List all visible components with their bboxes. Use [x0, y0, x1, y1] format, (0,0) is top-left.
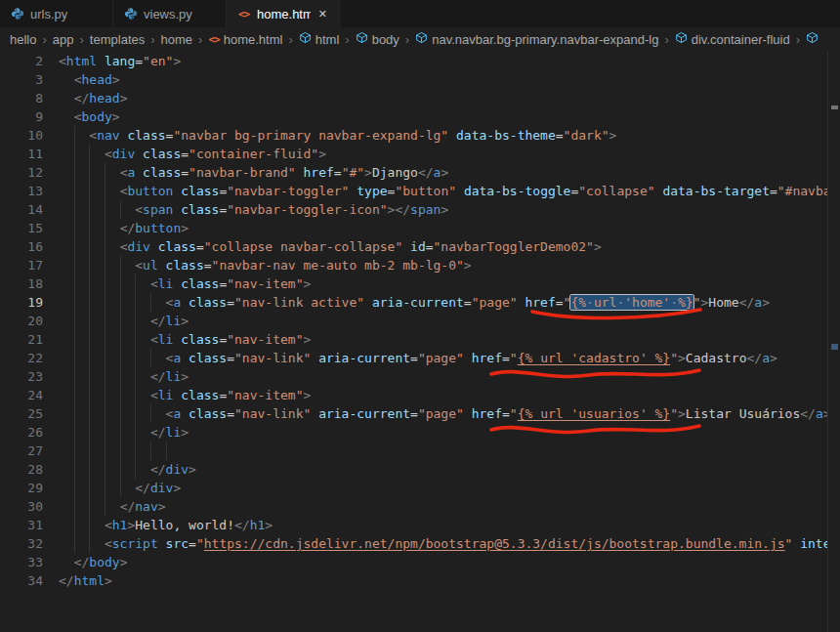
code-line[interactable]: 13 <button class="navbar-toggler" type="… — [0, 182, 827, 200]
line-number[interactable]: 16 — [0, 237, 43, 256]
breadcrumb-separator-icon: › — [405, 32, 409, 47]
code-line[interactable]: 10 <nav class="navbar bg-primary navbar-… — [0, 126, 827, 145]
code-line[interactable]: 26 </li> — [0, 423, 827, 442]
editor[interactable]: 2<html lang="en">3 <head>8 </head>9 <bod… — [0, 51, 840, 632]
breadcrumb-item-templates[interactable]: templates — [90, 32, 145, 47]
breadcrumb-item-nav.navbar.bg-primary.navbar-expand-lg[interactable]: nav.navbar.bg-primary.navbar-expand-lg — [415, 31, 658, 47]
code-line[interactable]: 34</html> — [0, 571, 827, 590]
code-line[interactable]: 28 </div> — [0, 460, 827, 479]
breadcrumb-separator-icon: › — [42, 32, 46, 47]
breadcrumb-item-html[interactable]: html — [299, 31, 340, 47]
line-number[interactable]: 24 — [0, 386, 43, 404]
code-line[interactable]: 2<html lang="en"> — [0, 52, 827, 70]
line-content: <a class="nav-link" aria-current="page" … — [59, 404, 827, 423]
code-line[interactable]: 16 <div class="collapse navbar-collapse"… — [0, 237, 827, 256]
breadcrumb-item-home[interactable]: home — [161, 32, 193, 47]
indent-guide — [150, 349, 151, 367]
indent-guide — [105, 460, 105, 479]
code-line[interactable]: 29 </div> — [0, 479, 827, 497]
code-line[interactable]: 23 </li> — [0, 367, 827, 386]
code-line[interactable]: 9 <body> — [0, 107, 827, 126]
indent-guide — [120, 349, 121, 367]
indent-guide — [135, 274, 136, 293]
code-line[interactable]: 19 <a class="nav-link active" aria-curre… — [0, 293, 827, 312]
element-cube-icon — [806, 31, 819, 47]
indent-guide — [120, 460, 121, 479]
breadcrumb-item-div.container-fluid[interactable]: div.container-fluid — [675, 31, 790, 47]
line-number[interactable]: 28 — [0, 460, 43, 479]
line-number[interactable]: 3 — [0, 70, 43, 89]
line-number[interactable]: 25 — [0, 404, 43, 423]
line-number[interactable]: 17 — [0, 256, 43, 274]
line-number[interactable]: 21 — [0, 330, 43, 349]
line-number[interactable]: 32 — [0, 534, 43, 553]
line-number[interactable]: 8 — [0, 89, 43, 107]
line-content: <h1>Hello, world!</h1> — [59, 516, 827, 534]
breadcrumb-separator-icon: › — [345, 32, 349, 47]
ruler-mark — [831, 105, 838, 109]
code-line[interactable]: 31 <h1>Hello, world!</h1> — [0, 516, 827, 534]
line-number[interactable]: 23 — [0, 367, 43, 386]
code-line[interactable]: 32 <script src="https://cdn.jsdelivr.net… — [0, 534, 827, 553]
indent-guide — [120, 423, 121, 442]
code-line[interactable]: 11 <div class="container-fluid"> — [0, 145, 827, 163]
code-line[interactable]: 20 </li> — [0, 312, 827, 330]
line-number[interactable]: 15 — [0, 219, 43, 237]
line-number[interactable]: 26 — [0, 423, 43, 442]
tab-views.py[interactable]: views.py — [113, 0, 227, 27]
line-number[interactable]: 29 — [0, 479, 43, 497]
code-line[interactable]: 27 — [0, 442, 827, 460]
line-number[interactable]: 18 — [0, 274, 43, 293]
code-line[interactable]: 14 <span class="navbar-toggler-icon"></s… — [0, 200, 827, 219]
breadcrumb-label: hello — [10, 32, 36, 47]
code-line[interactable]: 18 <li class="nav-item"> — [0, 274, 827, 293]
code-line[interactable]: 12 <a class="navbar-brand" href="#">Djan… — [0, 163, 827, 182]
indent-guide — [89, 460, 90, 479]
code-area[interactable]: 2<html lang="en">3 <head>8 </head>9 <bod… — [0, 52, 827, 590]
line-number[interactable]: 34 — [0, 571, 43, 590]
breadcrumb-item-body[interactable]: body — [356, 31, 399, 47]
indent-guide — [105, 200, 105, 219]
code-line[interactable]: 15 </button> — [0, 219, 827, 237]
code-line[interactable]: 25 <a class="nav-link" aria-current="pag… — [0, 404, 827, 423]
code-line[interactable]: 22 <a class="nav-link" aria-current="pag… — [0, 349, 827, 367]
breadcrumb-item-app[interactable]: app — [53, 32, 74, 47]
line-number[interactable]: 33 — [0, 553, 43, 571]
line-number[interactable]: 11 — [0, 145, 43, 163]
tab-home.html[interactable]: <>home.html✕ — [227, 0, 340, 27]
indent-guide — [74, 274, 75, 293]
line-number[interactable]: 19 — [0, 293, 43, 312]
breadcrumb-item-hello[interactable]: hello — [10, 32, 36, 47]
line-number[interactable]: 22 — [0, 349, 43, 367]
line-number[interactable]: 10 — [0, 126, 43, 145]
line-number[interactable]: 20 — [0, 312, 43, 330]
overview-ruler[interactable] — [827, 51, 840, 632]
code-line[interactable]: 33 </body> — [0, 553, 827, 571]
indent-guide — [89, 534, 90, 553]
line-number[interactable]: 30 — [0, 497, 43, 516]
line-number[interactable]: 27 — [0, 442, 43, 460]
line-number[interactable]: 31 — [0, 516, 43, 534]
code-line[interactable]: 21 <li class="nav-item"> — [0, 330, 827, 349]
indent-guide — [89, 404, 90, 423]
code-line[interactable]: 17 <ul class="navbar-nav me-auto mb-2 mb… — [0, 256, 827, 274]
python-file-icon — [10, 7, 24, 21]
code-line[interactable]: 24 <li class="nav-item"> — [0, 386, 827, 404]
line-content: </html> — [59, 571, 827, 590]
code-line[interactable]: 3 <head> — [0, 70, 827, 89]
line-number[interactable]: 14 — [0, 200, 43, 219]
indent-guide — [74, 367, 75, 386]
code-line[interactable]: 8 </head> — [0, 89, 827, 107]
close-tab-icon[interactable]: ✕ — [316, 7, 329, 21]
breadcrumb-separator-icon: › — [150, 32, 154, 47]
line-content: <li class="nav-item"> — [59, 274, 827, 293]
code-line[interactable]: 30 </nav> — [0, 497, 827, 516]
line-content: </head> — [59, 89, 827, 107]
line-number[interactable]: 2 — [0, 52, 43, 70]
breadcrumb-item-home.html[interactable]: <>home.html — [208, 32, 282, 47]
tab-urls.py[interactable]: urls.py — [0, 0, 113, 27]
line-number[interactable]: 13 — [0, 182, 43, 200]
breadcrumb-item[interactable] — [806, 31, 819, 47]
line-number[interactable]: 9 — [0, 107, 43, 126]
line-number[interactable]: 12 — [0, 163, 43, 182]
